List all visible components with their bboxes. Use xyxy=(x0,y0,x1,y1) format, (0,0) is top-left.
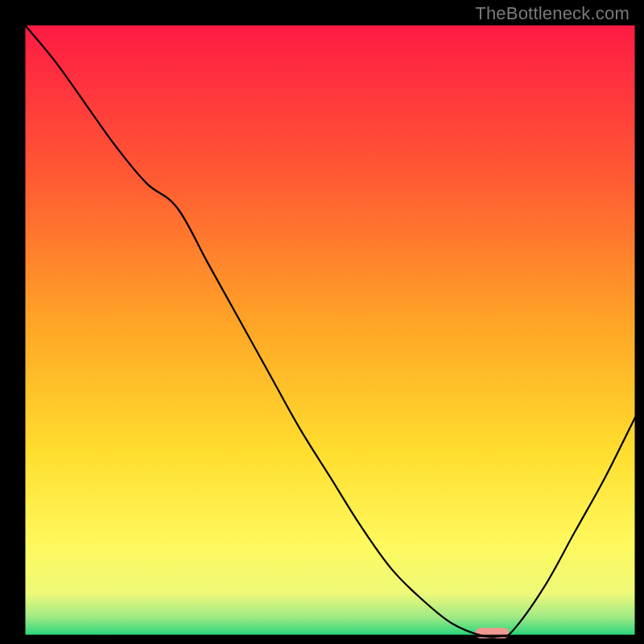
chart-frame: TheBottleneck.com xyxy=(0,0,644,644)
plot-background xyxy=(24,24,636,636)
bottleneck-chart xyxy=(0,0,644,644)
attribution-text: TheBottleneck.com xyxy=(475,3,630,24)
